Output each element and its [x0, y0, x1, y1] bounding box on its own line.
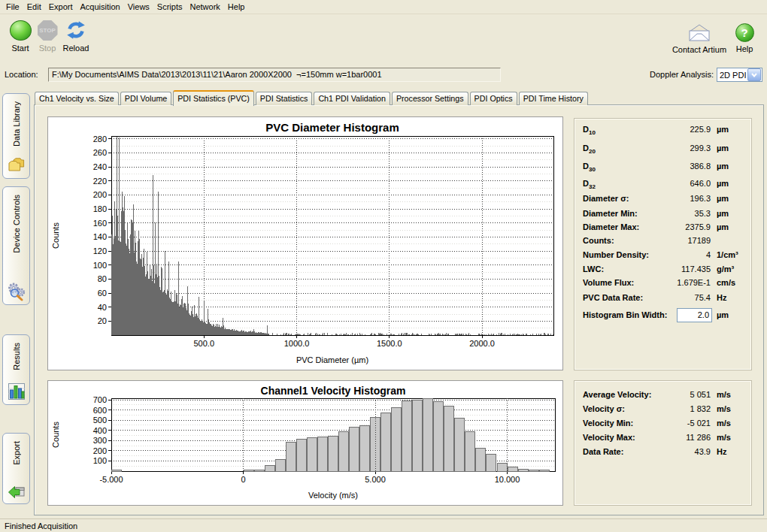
menu-edit[interactable]: Edit	[23, 1, 45, 13]
menu-scripts[interactable]: Scripts	[153, 1, 186, 13]
svg-text:80: 80	[98, 274, 107, 283]
sidebar-tab-export[interactable]: Export	[2, 433, 30, 504]
sidebar-tab-device-controls[interactable]: Device Controls	[2, 186, 30, 305]
folders-icon	[7, 156, 26, 175]
menu-network[interactable]: Network	[186, 1, 223, 13]
velocity-histogram: Channel1 Velocity Histogram1002003004005…	[48, 381, 562, 505]
location-input[interactable]: F:\My Documents\AIMS Data\2013\2013\11\2…	[48, 68, 501, 82]
stat-value: 1 832	[690, 404, 711, 413]
stat-label: Velocity Max:	[583, 433, 635, 442]
stop-icon: STOP	[38, 20, 58, 41]
velocity-chart-panel: Channel1 Velocity Histogram1002003004005…	[47, 380, 563, 506]
stat-label: Data Rate:	[583, 447, 623, 456]
stat-unit: Hz	[717, 447, 726, 456]
svg-text:-5.000: -5.000	[99, 475, 123, 484]
stat-value: -5 021	[687, 419, 711, 428]
svg-text:160: 160	[93, 219, 107, 228]
menu-help[interactable]: Help	[224, 1, 249, 13]
tab-ch1-velocity-vs-size[interactable]: Ch1 Velocity vs. Size	[35, 92, 119, 105]
pvc-diameter-histogram: PVC Diameter Histogram204060801001201401…	[48, 117, 562, 370]
menu-file[interactable]: File	[2, 1, 23, 13]
tab-pdi-volume[interactable]: PDI Volume	[120, 92, 171, 105]
contact-artium-button[interactable]: Contact Artium	[662, 23, 737, 54]
stat-label: Diameter Min:	[583, 209, 638, 218]
stat-unit: µm	[717, 144, 729, 153]
velocity-stats-panel: Average Velocity:5 051m/sVelocity σ:1 83…	[574, 380, 752, 506]
sidebar-tab-label: Export	[12, 441, 21, 465]
reload-label: Reload	[63, 44, 89, 53]
sidebar-tab-label: Device Controls	[12, 195, 21, 253]
tab-pdi-optics[interactable]: PDI Optics	[470, 92, 517, 105]
tab-processor-settings[interactable]: Processor Settings	[392, 92, 468, 105]
stat-label: LWC:	[583, 264, 604, 274]
stat-row-number-density: Number Density:41/cm³	[574, 250, 751, 264]
stat-unit: 1/cm³	[717, 250, 738, 259]
stat-label: Counts:	[583, 236, 614, 245]
stat-row-counts: Counts:17189	[574, 236, 751, 249]
sidebar-tab-results[interactable]: Results	[2, 334, 30, 405]
svg-text:200: 200	[93, 190, 107, 199]
stat-label: D10	[583, 125, 596, 136]
sidebar-tab-label: Data Library	[12, 101, 21, 147]
menu-views[interactable]: Views	[124, 1, 153, 13]
svg-text:0: 0	[241, 475, 245, 484]
svg-text:1000.0: 1000.0	[284, 339, 310, 348]
stat-unit: m/s	[717, 390, 731, 399]
menu-export[interactable]: Export	[45, 1, 77, 13]
menu-acquisition[interactable]: Acquisition	[77, 1, 124, 13]
doppler-analysis-select[interactable]: 2D PDI	[717, 68, 762, 82]
tab-pdi-statistics[interactable]: PDI Statistics	[256, 92, 313, 105]
svg-text:240: 240	[93, 162, 107, 171]
stat-row-diameter-min: Diameter Min:35.3µm	[574, 209, 751, 222]
svg-text:500: 500	[93, 416, 107, 425]
svg-text:PVC Diameter Histogram: PVC Diameter Histogram	[265, 121, 399, 134]
tab-strip: Ch1 Velocity vs. SizePDI VolumePDI Stati…	[35, 89, 590, 105]
tab-pdi-time-history[interactable]: PDI Time History	[519, 92, 588, 105]
svg-text:600: 600	[93, 406, 107, 415]
stat-value: 5 051	[690, 390, 711, 399]
menu-bar: FileEditExportAcquisitionViewsScriptsNet…	[0, 0, 767, 14]
stat-row-data-rate: Data Rate:43.9Hz	[574, 447, 751, 461]
stat-value: 43.9	[695, 447, 711, 456]
status-bar: Finished Acquisition	[0, 518, 767, 532]
stat-label: Diameter σ:	[583, 194, 629, 203]
stat-unit: m/s	[717, 433, 731, 442]
svg-text:140: 140	[93, 232, 107, 241]
stat-row-d10: D10225.9µm	[574, 125, 751, 138]
stat-value: 4	[706, 250, 711, 259]
stat-unit: µm	[717, 310, 729, 319]
pvc-stats-panel: D10225.9µmD20299.3µmD30386.8µmD32646.0µm…	[574, 118, 752, 370]
envelope-icon	[686, 23, 713, 43]
doppler-analysis-value: 2D PDI	[717, 71, 747, 80]
stat-unit: Hz	[717, 293, 726, 302]
stat-label: Velocity Min:	[583, 419, 633, 428]
stat-unit: µm	[717, 194, 729, 203]
histogram-bin-width-input[interactable]: 2.0	[677, 308, 712, 322]
svg-text:180: 180	[93, 204, 107, 213]
tab-ch1-pdi-validation[interactable]: Ch1 PDI Validation	[314, 92, 390, 105]
stat-row-diameter-: Diameter σ:196.3µm	[574, 194, 751, 207]
stat-row-velocity-max: Velocity Max:11 286m/s	[574, 433, 751, 446]
start-icon	[10, 20, 32, 41]
stat-row-d30: D30386.8µm	[574, 162, 751, 175]
tab-pdi-statistics-pvc-[interactable]: PDI Statistics (PVC)	[173, 90, 254, 106]
stat-row-velocity-min: Velocity Min:-5 021m/s	[574, 419, 751, 432]
stat-row-histogram-bin-width: Histogram Bin Width:2.0µm	[574, 310, 751, 324]
stat-value: 225.9	[690, 125, 711, 134]
svg-text:Counts: Counts	[51, 422, 60, 448]
bar-chart-icon	[7, 382, 26, 401]
svg-text:60: 60	[98, 289, 107, 298]
stat-unit: µm	[717, 179, 729, 188]
stat-unit: µm	[717, 162, 729, 171]
stat-value: 1.679E-1	[677, 278, 711, 287]
stat-value: 117.435	[681, 264, 711, 274]
gears-icon	[7, 282, 26, 301]
stat-label: Volume Flux:	[583, 278, 634, 287]
help-button[interactable]: ? Help	[728, 23, 761, 53]
reload-button[interactable]: Reload	[59, 20, 92, 53]
svg-text:Velocity (m/s): Velocity (m/s)	[308, 491, 358, 500]
chevron-down-icon[interactable]	[747, 68, 761, 81]
stat-label: Histogram Bin Width:	[583, 310, 667, 319]
svg-text:Counts: Counts	[51, 222, 60, 249]
sidebar-tab-data-library[interactable]: Data Library	[2, 93, 30, 179]
